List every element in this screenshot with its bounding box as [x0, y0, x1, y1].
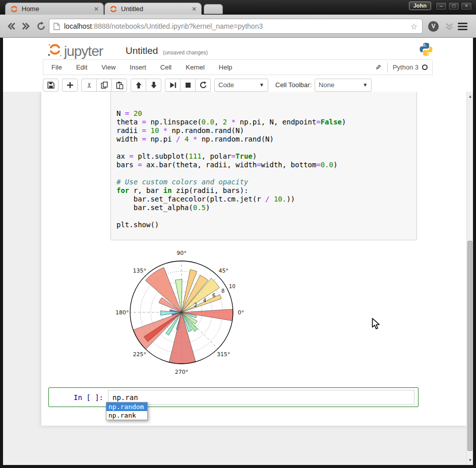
notebook-scroll-area: import matplotlib.pyplot as plt N = 20th…: [3, 92, 473, 465]
radial-tick-label: 2: [194, 302, 197, 308]
copy-button[interactable]: [96, 79, 112, 92]
tab-close-icon[interactable]: ✕: [188, 6, 197, 13]
radial-tick-label: 4: [203, 298, 206, 303]
jupyter-logo[interactable]: jupyter: [47, 42, 103, 58]
url-host: localhost: [64, 22, 92, 30]
kernel-indicator-area: ✎ Python 3: [375, 62, 432, 73]
extension-chevron-icon[interactable]: [445, 22, 454, 31]
cell-type-value: Code: [218, 81, 234, 89]
scroll-up-icon[interactable]: ▲: [467, 94, 473, 99]
menu-item-file[interactable]: File: [43, 63, 69, 71]
tab-close-icon[interactable]: ✕: [90, 6, 99, 13]
angle-tick-label: 225°: [133, 351, 146, 358]
jupyter-header: jupyter Untitled (unsaved changes) FileE…: [3, 38, 473, 92]
bookmark-star-icon[interactable]: ☆: [410, 22, 422, 31]
autosave-status: (unsaved changes): [163, 49, 208, 55]
browser-navbar: localhost:8888/notebooks/Untitled.ipynb?…: [0, 15, 476, 38]
notebook-toolbar: ✂ Code ▼ Cell Toolbar: None ▼: [43, 78, 372, 92]
run-icon: [169, 81, 177, 89]
add-cell-button[interactable]: [62, 79, 78, 92]
cut-button[interactable]: ✂: [81, 79, 97, 92]
url-path: :8888/notebooks/Untitled.ipynb?kernel_na…: [92, 22, 263, 30]
toolbar-button-group: [62, 79, 78, 92]
code-line: [116, 144, 346, 152]
code-line: bar.set_alpha(0.5): [116, 204, 346, 212]
forward-icon[interactable]: [21, 21, 31, 31]
browser-tab-untitled[interactable]: Untitled ✕: [104, 3, 202, 15]
kernel-idle-icon: [422, 64, 428, 70]
stop-icon: [184, 81, 192, 89]
angle-tick-label: 0°: [238, 309, 245, 316]
divider: [387, 62, 388, 73]
reload-icon[interactable]: [36, 21, 46, 31]
restart-icon: [199, 81, 207, 89]
input-prompt: In [ ]:: [49, 393, 103, 402]
menu-item-kernel[interactable]: Kernel: [178, 63, 212, 71]
code-line: N = 20: [116, 109, 346, 118]
page-scrollbar[interactable]: ▲ ▼: [466, 92, 473, 465]
paste-button[interactable]: [111, 79, 127, 92]
browser-tab-home[interactable]: Home ✕: [5, 3, 104, 15]
cut-icon: ✂: [86, 81, 92, 89]
scroll-down-icon[interactable]: ▼: [467, 458, 473, 462]
angle-tick-label: 270°: [175, 369, 189, 375]
code-editor[interactable]: N = 20theta = np.linspace(0.0, 2 * np.pi…: [116, 109, 346, 229]
menu-item-view[interactable]: View: [94, 63, 123, 71]
notebook-container: import matplotlib.pyplot as plt N = 20th…: [41, 92, 466, 426]
cell-code-input[interactable]: np.ran: [108, 390, 414, 405]
save-button[interactable]: [43, 79, 58, 92]
edit-mode-pencil-icon: ✎: [375, 63, 381, 72]
window-maximize-button[interactable]: □: [448, 2, 459, 10]
address-bar[interactable]: localhost:8888/notebooks/Untitled.ipynb?…: [49, 19, 423, 34]
toolbar-button-group: ✂: [81, 79, 127, 92]
radial-tick-label: 6: [212, 293, 215, 298]
angle-tick-label: 135°: [133, 268, 146, 274]
session-user-badge: John: [409, 2, 431, 10]
scrollbar-thumb[interactable]: [467, 241, 472, 451]
toolbar-button-group: [43, 79, 58, 92]
back-icon[interactable]: [6, 21, 16, 31]
chevron-down-icon: ▼: [259, 82, 264, 88]
polar-bar-chart-output: 0°45°90°135°180°225°270°315°246810: [112, 244, 248, 380]
window-minimize-button[interactable]: –: [436, 2, 447, 10]
menu-item-edit[interactable]: Edit: [69, 63, 94, 71]
cell-toolbar-value: None: [319, 81, 334, 89]
selected-empty-cell[interactable]: In [ ]: np.ran: [48, 387, 419, 407]
window-close-button[interactable]: ×: [461, 2, 472, 10]
python-logo-icon: [419, 42, 434, 57]
jupyter-favicon-icon: [10, 5, 18, 13]
browser-menu-icon[interactable]: [458, 23, 467, 32]
save-icon: [47, 81, 55, 89]
code-line: bar.set_facecolor(plt.cm.jet(r / 10.)): [116, 195, 346, 204]
menu-item-help[interactable]: Help: [212, 63, 240, 71]
move-down-button[interactable]: [146, 79, 161, 92]
code-line: bars = ax.bar(theta, radii, width=width,…: [116, 161, 346, 169]
stop-button[interactable]: [180, 79, 196, 92]
restart-button[interactable]: [195, 79, 211, 92]
code-cell-input[interactable]: import matplotlib.pyplot as plt N = 20th…: [110, 92, 417, 240]
code-line: [116, 212, 346, 221]
code-line: ax = plt.subplot(111, polar=True): [116, 152, 346, 161]
menu-item-insert[interactable]: Insert: [123, 63, 153, 71]
chevron-down-icon: ▼: [363, 82, 368, 88]
angle-tick-label: 315°: [217, 351, 230, 358]
tab-label: Home: [22, 5, 39, 13]
radial-tick-label: 10: [229, 284, 235, 289]
angle-tick-label: 180°: [115, 309, 129, 316]
run-button[interactable]: [165, 79, 181, 92]
cell-toolbar-select[interactable]: None ▼: [315, 79, 372, 92]
completion-option[interactable]: np.rank: [106, 411, 147, 420]
angle-tick-label: 45°: [219, 268, 229, 274]
code-line: # Use custom colors and opacity: [116, 178, 346, 186]
jupyter-favicon-icon: [109, 5, 117, 13]
add-cell-icon: [66, 81, 74, 89]
move-up-button[interactable]: [131, 79, 146, 92]
notebook-title[interactable]: Untitled: [126, 45, 158, 56]
extension-v-icon[interactable]: V: [428, 21, 439, 32]
new-tab-button[interactable]: [204, 4, 223, 14]
menu-item-cell[interactable]: Cell: [153, 63, 178, 71]
tab-label: Untitled: [121, 5, 143, 13]
completion-option[interactable]: np.random: [106, 403, 147, 411]
code-line: width = np.pi / 4 * np.random.rand(N): [116, 135, 346, 144]
cell-type-select[interactable]: Code ▼: [214, 79, 268, 92]
